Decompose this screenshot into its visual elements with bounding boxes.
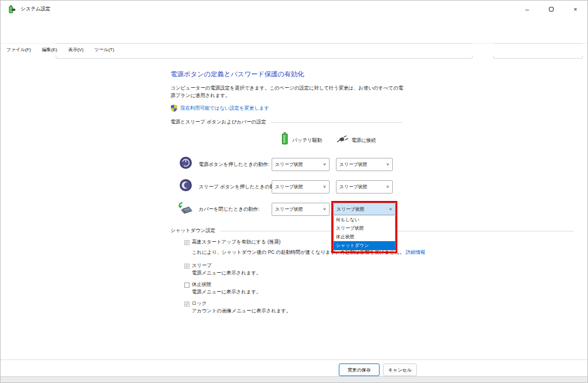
checkbox-desc-hibernate: 電源メニューに表示されます。	[192, 289, 261, 296]
chevron-down-icon: ∨	[323, 163, 326, 167]
save-changes-button[interactable]: 変更の保存	[339, 363, 380, 376]
select-power-button-plugged[interactable]: スリープ状態 ∨	[336, 158, 393, 171]
window-title: システム設定	[21, 6, 51, 13]
select-power-button-battery[interactable]: スリープ状態 ∨	[272, 158, 330, 171]
checkbox-hibernate[interactable]: ✓	[184, 283, 189, 288]
more-info-link[interactable]: 詳細情報	[406, 249, 425, 255]
row-label-power-button: 電源ボタンを押したときの動作:	[199, 161, 269, 168]
uac-shield-icon	[171, 105, 177, 112]
power-section-title: 電源とスリープ ボタンおよびカバーの設定	[171, 119, 266, 126]
select-lid-close-battery[interactable]: スリープ状態 ∨	[272, 203, 330, 216]
chevron-down-icon: ∨	[323, 207, 326, 211]
cancel-button[interactable]: キャンセル	[383, 363, 417, 376]
column-header-battery: バッテリ駆動	[292, 137, 322, 144]
column-header-plugged: 電源に接続	[351, 137, 376, 144]
chevron-down-icon: ∨	[323, 185, 326, 189]
maximize-icon	[549, 7, 554, 11]
dropdown-option-sleep[interactable]: スリープ状態	[334, 224, 395, 233]
laptop-lid-close-icon	[177, 202, 192, 214]
shutdown-section-title: シャットダウン設定	[171, 227, 215, 234]
dropdown-option-hibernate[interactable]: 休止状態	[334, 233, 395, 241]
check-icon: ✓	[185, 302, 189, 307]
chevron-down-icon: ∨	[386, 163, 389, 167]
uac-link-row[interactable]: 現在利用可能ではない設定を変更します	[171, 105, 269, 112]
power-options-app-icon	[7, 5, 16, 14]
menu-view[interactable]: 表示(V)	[68, 47, 84, 53]
row-label-sleep-button: スリープ ボタンを押したときの動作:	[199, 184, 281, 191]
checkbox-label-hibernate: 休止状態	[192, 281, 211, 288]
maximize-button[interactable]	[539, 1, 563, 18]
close-button[interactable]: ×	[563, 1, 587, 18]
dropdown-option-do-nothing[interactable]: 何もしない	[334, 215, 395, 224]
checkbox-sleep[interactable]: ✓	[184, 264, 189, 269]
change-unavailable-settings-link[interactable]: 現在利用可能ではない設定を変更します	[180, 105, 269, 112]
window-bottom-edge	[1, 376, 587, 382]
chevron-down-icon: ∨	[386, 185, 389, 189]
check-icon: ✓	[185, 241, 189, 245]
select-sleep-button-plugged[interactable]: スリープ状態 ∨	[336, 180, 393, 194]
menu-edit[interactable]: 編集(E)	[42, 47, 57, 53]
dropdown-option-shutdown[interactable]: シャットダウン	[334, 241, 395, 250]
checkbox-label-lock: ロック	[192, 300, 207, 307]
title-bar: システム設定 – ×	[1, 1, 587, 18]
plug-icon	[336, 135, 349, 143]
select-lid-close-plugged-open[interactable]: スリープ状態 ∨	[333, 203, 396, 215]
check-icon: ✓	[185, 264, 189, 269]
battery-icon	[281, 132, 288, 145]
menu-bar: ファイル(F) 編集(E) 表示(V) ツール(T)	[1, 44, 587, 56]
page-description: コンピューターの電源設定を選択できます。このページの設定に対して行う変更は、お使…	[171, 84, 407, 99]
dropdown-option-list: 何もしない スリープ状態 休止状態 シャットダウン	[333, 215, 396, 250]
power-section-header: 電源とスリープ ボタンおよびカバーの設定	[171, 119, 403, 126]
checkbox-label-fast-startup: 高速スタートアップを有効にする (推奨)	[192, 239, 281, 246]
row-label-lid-close: カバーを閉じたときの動作:	[199, 206, 260, 213]
checkbox-desc-sleep: 電源メニューに表示されます。	[192, 270, 261, 277]
sleep-button-icon	[179, 179, 192, 192]
section-divider	[271, 122, 403, 123]
select-sleep-button-battery[interactable]: スリープ状態 ∨	[272, 180, 330, 194]
checkbox-lock[interactable]: ✓	[184, 301, 189, 307]
annotation-red-box: スリープ状態 ∨ 何もしない スリープ状態 休止状態 シャットダウン	[331, 201, 397, 253]
page-title: 電源ボタンの定義とパスワード保護の有効化	[171, 70, 304, 79]
chevron-down-icon: ∨	[389, 207, 392, 211]
checkbox-label-sleep: スリープ	[192, 262, 212, 269]
checkbox-desc-lock: アカウントの画像メニューに表示されます。	[192, 308, 291, 315]
checkbox-fast-startup[interactable]: ✓	[184, 240, 189, 245]
menu-file[interactable]: ファイル(F)	[6, 47, 31, 53]
minimize-button[interactable]: –	[515, 1, 539, 18]
system-settings-window: システム設定 – × ← → ∨ ↑ › コントロール パネル › すべてのコン…	[0, 0, 588, 383]
navigation-toolbar: ← → ∨ ↑ › コントロール パネル › すべてのコントロール パネル項目 …	[1, 18, 587, 44]
power-button-icon	[179, 156, 192, 169]
footer-divider	[1, 359, 587, 360]
menu-tools[interactable]: ツール(T)	[94, 47, 114, 53]
